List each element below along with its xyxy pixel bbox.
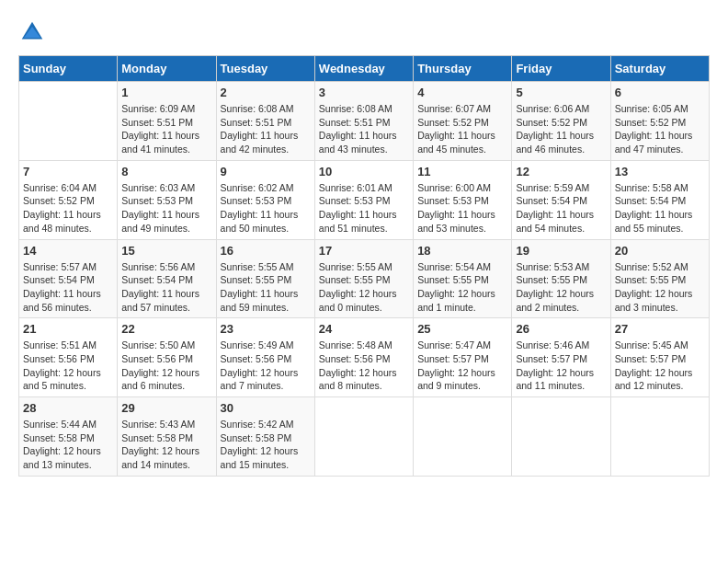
daylight-text: Daylight: 11 hours and 43 minutes. — [319, 129, 409, 155]
calendar-cell — [19, 82, 118, 161]
sunrise-text: Sunrise: 6:04 AM — [23, 181, 113, 195]
day-number: 17 — [319, 244, 409, 258]
sunrise-text: Sunrise: 5:51 AM — [23, 339, 113, 352]
day-number: 25 — [417, 322, 507, 336]
sunrise-text: Sunrise: 5:53 AM — [516, 260, 606, 274]
sunrise-text: Sunrise: 6:07 AM — [417, 102, 507, 116]
daylight-text: Daylight: 11 hours and 59 minutes. — [221, 287, 311, 314]
sunset-text: Sunset: 5:53 PM — [319, 194, 409, 208]
day-number: 27 — [615, 322, 705, 336]
weekday-header: Sunday — [19, 56, 118, 82]
sunset-text: Sunset: 5:54 PM — [23, 273, 113, 287]
sunrise-text: Sunrise: 6:02 AM — [221, 181, 311, 195]
sunrise-text: Sunrise: 5:55 AM — [319, 260, 409, 274]
day-number: 11 — [417, 165, 507, 178]
calendar-cell: 4 Sunrise: 6:07 AM Sunset: 5:52 PM Dayli… — [414, 82, 512, 161]
sunrise-text: Sunrise: 5:42 AM — [221, 418, 311, 431]
calendar-cell: 13 Sunrise: 5:58 AM Sunset: 5:54 PM Dayl… — [610, 160, 709, 239]
cell-info: Sunrise: 5:42 AM Sunset: 5:58 PM Dayligh… — [221, 418, 311, 472]
cell-info: Sunrise: 6:05 AM Sunset: 5:52 PM Dayligh… — [615, 102, 705, 156]
day-number: 3 — [319, 86, 409, 99]
calendar-cell: 29 Sunrise: 5:43 AM Sunset: 5:58 PM Dayl… — [118, 397, 216, 477]
daylight-text: Daylight: 12 hours and 7 minutes. — [221, 366, 311, 393]
sunrise-text: Sunrise: 6:00 AM — [417, 181, 507, 195]
daylight-text: Daylight: 11 hours and 54 minutes. — [516, 208, 606, 235]
sunset-text: Sunset: 5:55 PM — [417, 273, 507, 287]
sunset-text: Sunset: 5:55 PM — [615, 273, 705, 287]
calendar-cell: 27 Sunrise: 5:45 AM Sunset: 5:57 PM Dayl… — [610, 318, 709, 397]
calendar-cell: 3 Sunrise: 6:08 AM Sunset: 5:51 PM Dayli… — [314, 82, 413, 161]
calendar-cell: 18 Sunrise: 5:54 AM Sunset: 5:55 PM Dayl… — [414, 239, 512, 318]
day-number: 6 — [615, 86, 705, 99]
calendar-cell: 15 Sunrise: 5:56 AM Sunset: 5:54 PM Dayl… — [118, 239, 216, 318]
cell-info: Sunrise: 6:09 AM Sunset: 5:51 PM Dayligh… — [121, 102, 211, 156]
cell-info: Sunrise: 5:51 AM Sunset: 5:56 PM Dayligh… — [23, 339, 113, 393]
sunset-text: Sunset: 5:51 PM — [121, 116, 211, 130]
weekday-header: Thursday — [414, 56, 512, 82]
sunset-text: Sunset: 5:55 PM — [516, 273, 606, 287]
cell-info: Sunrise: 5:47 AM Sunset: 5:57 PM Dayligh… — [417, 339, 507, 393]
weekday-header: Wednesday — [314, 56, 413, 82]
sunset-text: Sunset: 5:53 PM — [221, 194, 311, 208]
day-number: 1 — [121, 86, 211, 99]
sunset-text: Sunset: 5:57 PM — [516, 352, 606, 366]
calendar-cell — [512, 397, 610, 477]
sunset-text: Sunset: 5:52 PM — [417, 116, 507, 130]
calendar-cell: 22 Sunrise: 5:50 AM Sunset: 5:56 PM Dayl… — [118, 318, 216, 397]
sunrise-text: Sunrise: 5:59 AM — [516, 181, 606, 195]
day-number: 19 — [516, 244, 606, 258]
cell-info: Sunrise: 5:48 AM Sunset: 5:56 PM Dayligh… — [319, 339, 409, 393]
calendar-week-row: 21 Sunrise: 5:51 AM Sunset: 5:56 PM Dayl… — [19, 318, 710, 397]
calendar-cell — [314, 397, 413, 477]
day-number: 4 — [417, 86, 507, 99]
sunset-text: Sunset: 5:52 PM — [615, 116, 705, 130]
sunset-text: Sunset: 5:52 PM — [516, 116, 606, 130]
daylight-text: Daylight: 11 hours and 48 minutes. — [23, 208, 113, 235]
sunrise-text: Sunrise: 6:05 AM — [615, 102, 705, 116]
calendar-cell: 30 Sunrise: 5:42 AM Sunset: 5:58 PM Dayl… — [216, 397, 314, 477]
weekday-header: Tuesday — [216, 56, 314, 82]
weekday-header: Friday — [512, 56, 610, 82]
cell-info: Sunrise: 5:43 AM Sunset: 5:58 PM Dayligh… — [121, 418, 211, 472]
daylight-text: Daylight: 11 hours and 55 minutes. — [615, 208, 705, 235]
sunset-text: Sunset: 5:56 PM — [221, 352, 311, 366]
sunrise-text: Sunrise: 5:47 AM — [417, 339, 507, 352]
calendar-cell: 14 Sunrise: 5:57 AM Sunset: 5:54 PM Dayl… — [19, 239, 118, 318]
cell-info: Sunrise: 5:55 AM Sunset: 5:55 PM Dayligh… — [221, 260, 311, 315]
cell-info: Sunrise: 5:54 AM Sunset: 5:55 PM Dayligh… — [417, 260, 507, 315]
cell-info: Sunrise: 5:57 AM Sunset: 5:54 PM Dayligh… — [23, 260, 113, 315]
cell-info: Sunrise: 6:02 AM Sunset: 5:53 PM Dayligh… — [221, 181, 311, 236]
sunrise-text: Sunrise: 5:48 AM — [319, 339, 409, 352]
calendar-cell: 24 Sunrise: 5:48 AM Sunset: 5:56 PM Dayl… — [314, 318, 413, 397]
daylight-text: Daylight: 11 hours and 53 minutes. — [417, 208, 507, 235]
sunrise-text: Sunrise: 6:08 AM — [319, 102, 409, 116]
calendar-cell: 1 Sunrise: 6:09 AM Sunset: 5:51 PM Dayli… — [118, 82, 216, 161]
cell-info: Sunrise: 5:45 AM Sunset: 5:57 PM Dayligh… — [615, 339, 705, 393]
day-number: 8 — [121, 165, 211, 178]
sunset-text: Sunset: 5:53 PM — [121, 194, 211, 208]
day-number: 24 — [319, 322, 409, 336]
day-number: 18 — [417, 244, 507, 258]
sunset-text: Sunset: 5:54 PM — [121, 273, 211, 287]
sunset-text: Sunset: 5:56 PM — [121, 352, 211, 366]
calendar-cell — [414, 397, 512, 477]
sunset-text: Sunset: 5:55 PM — [319, 273, 409, 287]
sunset-text: Sunset: 5:54 PM — [516, 194, 606, 208]
calendar-cell: 23 Sunrise: 5:49 AM Sunset: 5:56 PM Dayl… — [216, 318, 314, 397]
weekday-header: Saturday — [610, 56, 709, 82]
cell-info: Sunrise: 5:50 AM Sunset: 5:56 PM Dayligh… — [121, 339, 211, 393]
sunrise-text: Sunrise: 6:03 AM — [121, 181, 211, 195]
cell-info: Sunrise: 6:03 AM Sunset: 5:53 PM Dayligh… — [121, 181, 211, 236]
daylight-text: Daylight: 12 hours and 6 minutes. — [121, 366, 211, 393]
sunrise-text: Sunrise: 5:52 AM — [615, 260, 705, 274]
cell-info: Sunrise: 5:44 AM Sunset: 5:58 PM Dayligh… — [23, 418, 113, 472]
sunrise-text: Sunrise: 6:01 AM — [319, 181, 409, 195]
sunrise-text: Sunrise: 6:09 AM — [121, 102, 211, 116]
cell-info: Sunrise: 5:52 AM Sunset: 5:55 PM Dayligh… — [615, 260, 705, 315]
day-number: 7 — [23, 165, 113, 178]
cell-info: Sunrise: 6:07 AM Sunset: 5:52 PM Dayligh… — [417, 102, 507, 156]
day-number: 2 — [221, 86, 311, 99]
daylight-text: Daylight: 11 hours and 47 minutes. — [615, 129, 705, 155]
cell-info: Sunrise: 5:53 AM Sunset: 5:55 PM Dayligh… — [516, 260, 606, 315]
calendar-cell: 19 Sunrise: 5:53 AM Sunset: 5:55 PM Dayl… — [512, 239, 610, 318]
